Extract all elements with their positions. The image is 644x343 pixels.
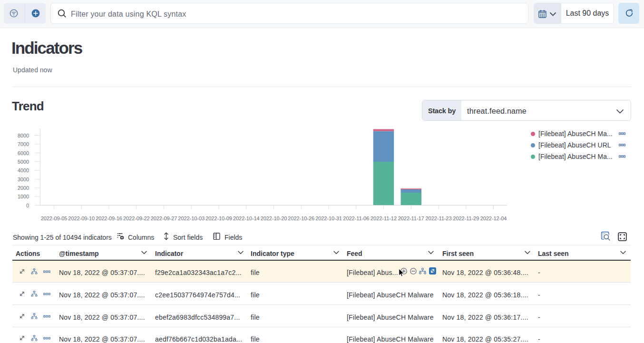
svg-text:7000: 7000 [18, 141, 29, 147]
svg-text:0: 0 [26, 203, 29, 208]
svg-text:2022-11-12: 2022-11-12 [371, 216, 397, 221]
svg-text:2022-09-10: 2022-09-10 [68, 216, 95, 221]
svg-text:2022-09-22: 2022-09-22 [123, 216, 150, 221]
svg-text:2022-09-27: 2022-09-27 [151, 216, 177, 221]
svg-text:5000: 5000 [18, 159, 29, 165]
svg-text:2022-10-31: 2022-10-31 [315, 216, 342, 221]
svg-text:4000: 4000 [18, 167, 29, 173]
svg-text:2022-11-23: 2022-11-23 [426, 216, 452, 221]
svg-text:2022-11-17: 2022-11-17 [398, 216, 424, 221]
svg-text:2022-12-04: 2022-12-04 [480, 216, 507, 221]
svg-text:6000: 6000 [18, 150, 29, 156]
svg-text:1000: 1000 [18, 194, 29, 199]
svg-text:2022-09-05: 2022-09-05 [41, 216, 68, 221]
svg-text:8000: 8000 [18, 133, 29, 138]
svg-text:2022-10-20: 2022-10-20 [261, 216, 287, 221]
svg-text:3000: 3000 [18, 176, 29, 182]
svg-text:2022-10-03: 2022-10-03 [178, 216, 205, 221]
svg-text:2022-10-26: 2022-10-26 [288, 216, 314, 221]
svg-text:2000: 2000 [18, 185, 29, 191]
svg-text:2022-10-09: 2022-10-09 [205, 216, 232, 221]
svg-text:2022-11-06: 2022-11-06 [343, 216, 369, 221]
svg-text:2022-09-16: 2022-09-16 [96, 216, 122, 221]
svg-text:2022-11-29: 2022-11-29 [453, 216, 479, 221]
svg-text:2022-10-14: 2022-10-14 [233, 216, 260, 221]
